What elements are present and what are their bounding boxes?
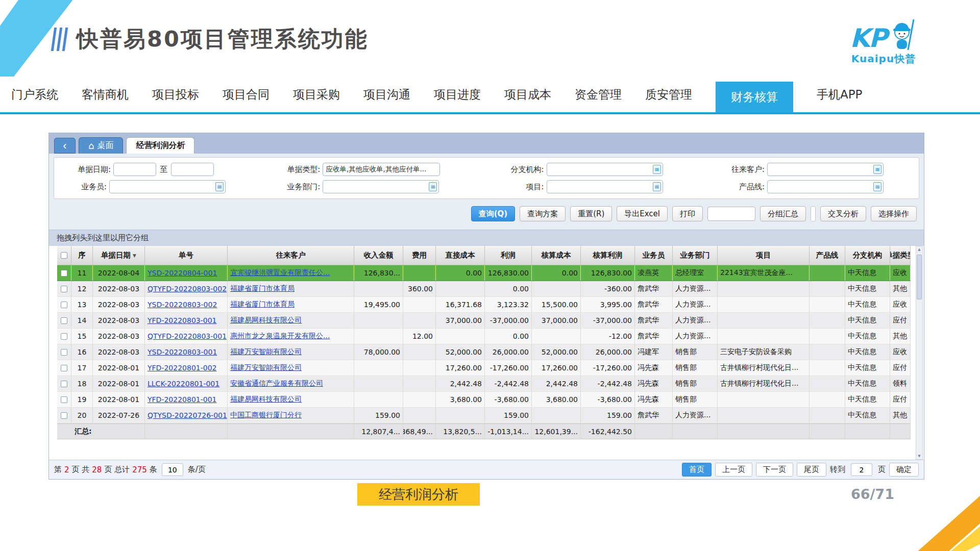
filter-input[interactable] <box>767 180 884 193</box>
back-button[interactable]: ‹ <box>54 138 76 154</box>
column-header-acct-profit[interactable]: 核算利润 <box>581 246 635 265</box>
cell-customer[interactable]: 福建省厦门市体育局 <box>228 281 354 296</box>
column-header-project[interactable]: 项目 <box>718 246 810 265</box>
column-header-doc-date[interactable]: 单据日期▼ <box>93 246 145 265</box>
cell-doc-no[interactable]: YFD-20220801-001 <box>145 392 228 407</box>
nav-item-3[interactable]: 项目投标 <box>152 87 199 103</box>
toolbar-button-3[interactable]: 导出Excel <box>617 206 668 221</box>
lookup-icon[interactable]: ≡ <box>215 182 224 191</box>
cell-customer[interactable]: 福建易网科技有限公司 <box>228 313 354 328</box>
quick-filter-input[interactable] <box>707 207 755 221</box>
nav-item-4[interactable]: 项目合同 <box>223 87 270 103</box>
tab-profit-analysis[interactable]: 经营利润分析 <box>126 137 194 154</box>
row-checkbox[interactable] <box>61 317 67 324</box>
lookup-icon[interactable]: ≡ <box>873 165 881 174</box>
table-row-18[interactable]: 182022-08-01LLCK-20220801-001安徽省通信产业服务有限… <box>57 376 911 392</box>
toolbar-button-1[interactable]: 查询方案 <box>520 206 566 221</box>
cell-doc-no[interactable]: QTYSD-20220726-001 <box>145 408 228 423</box>
cell-customer[interactable]: 惠州市龙之泉温泉开发有限公... <box>228 329 354 344</box>
cell-customer[interactable]: 中国工商银行厦门分行 <box>228 408 354 423</box>
column-header-seq[interactable]: 序 <box>71 246 93 265</box>
nav-item-8[interactable]: 项目成本 <box>504 87 551 103</box>
column-header-branch[interactable]: 分支机构 <box>845 246 890 265</box>
table-row-13[interactable]: 132022-08-03YSD-20220803-002福建省厦门市体育局19,… <box>57 297 911 313</box>
table-row-15[interactable]: 152022-08-03QTYFD-20220803-001惠州市龙之泉温泉开发… <box>57 329 911 344</box>
pager-prev-button[interactable]: 上一页 <box>715 463 752 477</box>
pager-last-button[interactable]: 尾页 <box>797 463 826 477</box>
nav-item-6[interactable]: 项目沟通 <box>363 87 410 103</box>
column-header-fee[interactable]: 费用 <box>403 246 436 265</box>
cell-customer[interactable]: 福建省厦门市体育局 <box>228 297 354 312</box>
column-header-acct-cost[interactable]: 核算成本 <box>532 246 581 265</box>
column-header-income[interactable]: 收入金额 <box>354 246 403 265</box>
toolbar-right-button-1[interactable]: 交叉分析 <box>820 206 866 221</box>
nav-item-7[interactable]: 项目进度 <box>434 87 481 103</box>
nav-item-1[interactable]: 门户系统 <box>11 87 58 103</box>
page-size-input[interactable] <box>162 463 183 476</box>
cell-customer[interactable]: 宜宾骏继洪骥置业有限责任公... <box>228 265 354 281</box>
vertical-scrollbar[interactable]: ▲ ▼ <box>916 246 923 460</box>
cell-customer[interactable]: 福建万安智能有限公司 <box>228 360 354 375</box>
column-header-profit[interactable]: 利润 <box>485 246 532 265</box>
row-checkbox[interactable] <box>61 381 67 387</box>
cell-doc-no[interactable]: LLCK-20220801-001 <box>145 376 228 391</box>
table-row-20[interactable]: 202022-07-26QTYSD-20220726-001中国工商银行厦门分行… <box>57 408 911 423</box>
goto-page-input[interactable] <box>851 463 872 476</box>
cell-customer[interactable]: 福建易网科技有限公司 <box>228 392 354 407</box>
filter-input[interactable] <box>767 163 884 176</box>
table-row-17[interactable]: 172022-08-01YFD-20220801-002福建万安智能有限公司17… <box>57 360 911 376</box>
cell-customer[interactable]: 安徽省通信产业服务有限公司 <box>228 376 354 391</box>
column-header-product-line[interactable]: 产品线 <box>810 246 845 265</box>
toolbar-right-button-2[interactable]: 选择操作 <box>871 206 917 221</box>
group-summary-button[interactable]: 分组汇总 <box>760 206 806 221</box>
cell-doc-no[interactable]: YSD-20220803-001 <box>145 344 228 360</box>
row-checkbox[interactable] <box>61 302 67 308</box>
row-checkbox[interactable] <box>61 286 67 292</box>
row-checkbox[interactable] <box>61 333 67 340</box>
table-row-16[interactable]: 162022-08-03YSD-20220803-001福建万安智能有限公司78… <box>57 344 911 360</box>
scrollbar-thumb[interactable] <box>917 255 922 299</box>
cell-customer[interactable]: 福建万安智能有限公司 <box>228 344 354 360</box>
column-header-doc-type[interactable]: 单据类型 <box>890 246 911 265</box>
filter-input[interactable] <box>547 163 663 176</box>
filter-input[interactable] <box>323 180 439 193</box>
table-row-12[interactable]: 122022-08-03QTYFD-20220803-002福建省厦门市体育局3… <box>57 281 911 297</box>
pager-first-button[interactable]: 首页 <box>682 463 712 477</box>
filter-date-to-input[interactable] <box>171 163 214 176</box>
lookup-icon[interactable]: ≡ <box>429 182 437 191</box>
cell-doc-no[interactable]: YFD-20220801-002 <box>145 360 228 375</box>
column-header-salesperson[interactable]: 业务员 <box>635 246 673 265</box>
cell-doc-no[interactable]: QTYFD-20220803-002 <box>145 281 228 296</box>
row-checkbox[interactable] <box>61 270 67 277</box>
column-header-customer[interactable]: 往来客户 <box>228 246 354 265</box>
tab-desktop[interactable]: ⌂ 桌面 <box>79 137 123 154</box>
lookup-icon[interactable]: ≡ <box>653 165 661 174</box>
toolbar-button-2[interactable]: 重置(R) <box>570 206 612 221</box>
toolbar-button-4[interactable]: 打印 <box>672 206 703 221</box>
query-button[interactable]: 查询(Q) <box>471 206 515 221</box>
nav-item-12[interactable]: 手机APP <box>817 87 862 103</box>
nav-item-11[interactable]: 财务核算 <box>716 82 793 112</box>
goto-confirm-button[interactable]: 确定 <box>889 463 919 477</box>
filter-input[interactable] <box>547 180 663 193</box>
column-header-department[interactable]: 业务部门 <box>673 246 718 265</box>
nav-item-9[interactable]: 资金管理 <box>575 87 622 103</box>
column-header-direct-cost[interactable]: 直接成本 <box>436 246 485 265</box>
table-row-11[interactable]: 112022-08-04YSD-20220804-001宜宾骏继洪骥置业有限责任… <box>57 265 911 281</box>
row-checkbox[interactable] <box>61 349 67 356</box>
lookup-icon[interactable]: ≡ <box>873 182 881 191</box>
lookup-icon[interactable]: ≡ <box>653 182 661 191</box>
cell-doc-no[interactable]: YSD-20220804-001 <box>145 265 228 281</box>
column-header-doc-no[interactable]: 单号 <box>145 246 228 265</box>
scroll-up-icon[interactable]: ▲ <box>916 247 922 252</box>
filter-input[interactable] <box>109 180 226 193</box>
cell-doc-no[interactable]: YSD-20220803-002 <box>145 297 228 312</box>
cell-doc-no[interactable]: YFD-20220803-001 <box>145 313 228 328</box>
nav-item-2[interactable]: 客情商机 <box>82 87 129 103</box>
scroll-down-icon[interactable]: ▼ <box>916 454 922 458</box>
nav-item-5[interactable]: 项目采购 <box>293 87 340 103</box>
row-checkbox[interactable] <box>61 365 67 371</box>
pager-next-button[interactable]: 下一页 <box>756 463 793 477</box>
table-row-19[interactable]: 192022-08-01YFD-20220801-001福建易网科技有限公司3,… <box>57 392 911 408</box>
select-all-checkbox[interactable] <box>61 252 67 259</box>
